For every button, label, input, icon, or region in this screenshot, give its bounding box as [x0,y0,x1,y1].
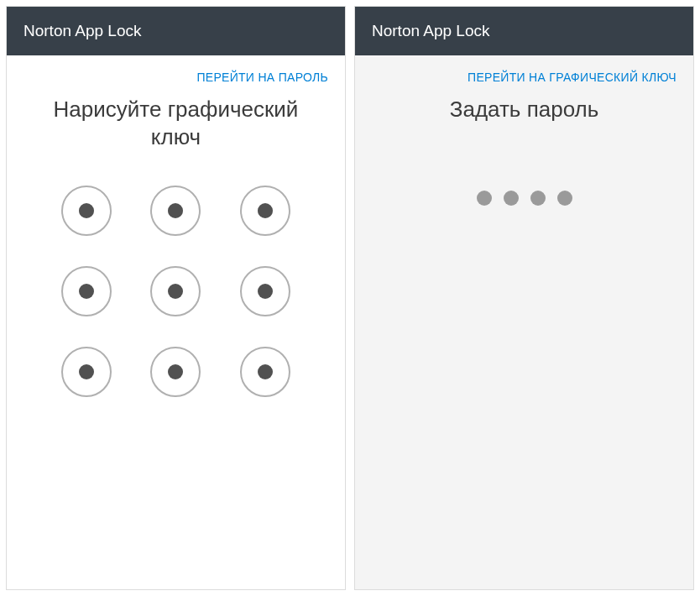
pattern-node[interactable] [240,266,290,316]
pin-dot [557,191,572,206]
pattern-node[interactable] [150,266,201,316]
pattern-node[interactable] [61,347,112,397]
pattern-node-dot [79,364,94,379]
pattern-lock-screen: Norton App Lock ПЕРЕЙТИ НА ПАРОЛЬ Нарису… [6,6,346,590]
pattern-node-dot [258,364,273,379]
pattern-node[interactable] [61,186,112,236]
pattern-node-dot [168,284,183,299]
pattern-node-dot [258,203,273,218]
pattern-instruction: Нарисуйте графический ключ [7,91,345,175]
password-lock-screen: Norton App Lock ПЕРЕЙТИ НА ГРАФИЧЕСКИЙ К… [354,6,694,590]
pin-dot [504,191,519,206]
switch-link-label: ПЕРЕЙТИ НА ПАРОЛЬ [196,71,328,84]
pattern-node[interactable] [240,186,290,236]
pattern-node[interactable] [61,266,112,316]
password-instruction: Задать пароль [355,91,693,149]
pin-input[interactable] [355,149,693,206]
pattern-node-dot [168,364,183,379]
pattern-node-dot [79,203,94,218]
pattern-node-dot [79,284,94,299]
app-header: Norton App Lock [7,7,345,55]
pattern-node-dot [258,284,273,299]
app-header: Norton App Lock [355,7,693,55]
app-title: Norton App Lock [24,22,141,39]
switch-link-label: ПЕРЕЙТИ НА ГРАФИЧЕСКИЙ КЛЮЧ [468,71,676,84]
app-title: Norton App Lock [372,22,489,39]
pin-dot [530,191,546,206]
pattern-node-dot [168,203,183,218]
switch-to-password-link[interactable]: ПЕРЕЙТИ НА ПАРОЛЬ [7,55,345,91]
pin-dot [477,191,492,206]
pattern-node[interactable] [150,347,201,397]
switch-to-pattern-link[interactable]: ПЕРЕЙТИ НА ГРАФИЧЕСКИЙ КЛЮЧ [355,55,693,91]
pattern-node[interactable] [150,186,201,236]
pattern-node[interactable] [240,347,290,397]
pattern-grid[interactable] [7,175,345,407]
